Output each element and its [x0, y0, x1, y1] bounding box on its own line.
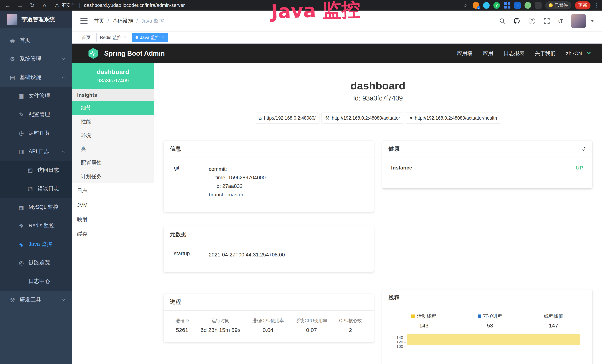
legend-value: 143 — [411, 322, 436, 329]
sidebar-item-java-monitor[interactable]: ◈ Java 监控 — [0, 235, 72, 254]
collapse-sidebar-icon[interactable] — [80, 18, 87, 24]
sba-nav-journal[interactable]: 日志报表 — [504, 50, 525, 57]
sidebar-item-access-logs[interactable]: ▨ 访问日志 — [0, 161, 72, 179]
sba-item-performance[interactable]: 性能 — [72, 115, 154, 128]
sidebar-item-label: 系统管理 — [20, 55, 41, 63]
sba-group-jvm[interactable]: JVM — [72, 198, 154, 212]
font-size-icon[interactable]: tT — [558, 18, 563, 24]
metric-value: 0.07 — [296, 327, 327, 333]
sba-nav-about[interactable]: 关于我们 — [535, 50, 556, 57]
paused-badge[interactable]: 已暂停 — [545, 1, 571, 10]
sba-nav-applications[interactable]: 应用 — [483, 50, 493, 57]
process-metric: 运行时间 6d 23h 15m 59s — [199, 318, 242, 333]
chevron-down-icon — [62, 56, 65, 60]
sidebar-item-label: 基础设施 — [20, 74, 41, 81]
java-monitor-icon: ◈ — [17, 241, 26, 247]
chevron-down-icon[interactable] — [587, 50, 591, 54]
metadata-key: startup — [171, 245, 208, 264]
tools-icon: ⚒ — [8, 297, 17, 303]
sidebar-item-label: API 日志 — [29, 148, 50, 155]
sidebar-item-home[interactable]: ◉ 首页 — [0, 31, 72, 50]
page-header: 首页 / 基础设施 / Java 监控 ? tT — [72, 11, 602, 32]
avatar-caret-icon[interactable] — [591, 20, 594, 22]
tab-redis-monitor[interactable]: Redis 监控 × — [97, 33, 130, 42]
github-icon[interactable] — [514, 18, 520, 24]
tab-home[interactable]: 首页 — [78, 33, 94, 42]
sidebar-item-system-management[interactable]: ⚙ 系统管理 — [0, 50, 72, 68]
process-metric: CPU核心数 2 — [337, 318, 364, 333]
fullscreen-icon[interactable] — [543, 18, 550, 24]
log-center-icon: ≣ — [17, 278, 26, 285]
bookmark-star-icon[interactable]: ☆ — [462, 2, 469, 9]
actuator-url-link[interactable]: ⚒ http://192.168.0.2:48080/actuator — [321, 113, 404, 124]
gear-icon: ⚙ — [8, 56, 17, 62]
sidebar-item-log-center[interactable]: ≣ 日志中心 — [0, 272, 72, 290]
app-logo[interactable]: 芋道管理系统 — [0, 11, 72, 28]
legend-value: 53 — [478, 322, 502, 329]
extension-icon-2[interactable] — [483, 2, 490, 9]
sidebar-item-config-management[interactable]: ✎ 配置管理 — [0, 105, 72, 124]
extension-icon-1[interactable]: 1 — [473, 2, 479, 9]
health-url-link[interactable]: ♥ http://192.168.0.2:48080/actuator/heal… — [406, 113, 501, 124]
sidebar-item-trace[interactable]: ◎ 链路追踪 — [0, 254, 72, 272]
service-url-link[interactable]: ⌂ http://192.168.0.2:48080/ — [255, 113, 320, 124]
sba-item-classes[interactable]: 类 — [72, 142, 154, 156]
url-text[interactable]: dashboard.yudao.iocoder.cn/infra/admin-s… — [84, 2, 185, 8]
search-icon[interactable] — [499, 18, 505, 24]
sidebar-item-dev-tools[interactable]: ⚒ 研发工具 — [0, 290, 72, 309]
sba-item-scheduled-tasks[interactable]: 计划任务 — [72, 170, 154, 183]
sidebar-item-redis-monitor[interactable]: ❖ Redis 监控 — [0, 216, 72, 235]
sidebar-item-mysql-monitor[interactable]: ▦ MySQL 监控 — [0, 198, 72, 216]
update-button[interactable]: 更新 — [575, 1, 591, 10]
sba-app: Spring Boot Admin 应用墙 应用 日志报表 关于我们 zh~CN — [72, 43, 602, 364]
reload-icon[interactable]: ↻ — [29, 2, 36, 9]
sba-item-config-props[interactable]: 配置属性 — [72, 156, 154, 170]
sidebar-item-scheduled-tasks[interactable]: ◷ 定时任务 — [0, 124, 72, 142]
sba-group-mappings[interactable]: 映射 — [72, 212, 154, 227]
git-id-line: id: 27aa832 — [209, 182, 366, 191]
sba-language-select[interactable]: zh~CN — [566, 50, 582, 56]
sba-group-caches[interactable]: 缓存 — [72, 227, 154, 241]
tab-java-monitor[interactable]: Java 监控 × — [132, 33, 168, 42]
link-label: http://192.168.0.2:48080/ — [264, 115, 316, 121]
process-metric: 进程ID 5261 — [173, 318, 191, 333]
sidebar-item-file-management[interactable]: ▣ 文件管理 — [0, 86, 72, 105]
chart-plot-area — [407, 334, 580, 364]
sba-nav-app-wall[interactable]: 应用墙 — [457, 50, 473, 57]
sba-item-details[interactable]: 细节 — [72, 101, 154, 115]
help-icon[interactable]: ? — [528, 18, 535, 24]
address-bar[interactable]: ⚠ 不安全 | dashboard.yudao.iocoder.cn/infra… — [55, 2, 185, 8]
info-card: 信息 git commit: time: 1596289704000 — [163, 140, 374, 212]
sidebar-item-infrastructure[interactable]: ▤ 基础设施 — [0, 68, 72, 86]
forward-icon[interactable]: → — [16, 2, 24, 9]
security-label[interactable]: 不安全 — [61, 2, 75, 8]
instance-name: dashboard — [74, 68, 152, 75]
breadcrumb-current: Java 监控 — [141, 17, 164, 24]
sidebar-item-api-logs[interactable]: ▥ API 日志 — [0, 142, 72, 161]
tab-label: Redis 监控 — [100, 34, 121, 40]
extension-grid-icon[interactable] — [504, 2, 510, 9]
info-value: commit: time: 1596289704000 id: 27aa832 … — [208, 159, 366, 204]
close-icon[interactable]: × — [162, 35, 164, 40]
redis-icon: ❖ — [17, 223, 26, 229]
instance-header[interactable]: dashboard 93a3fc7f7409 — [72, 63, 154, 89]
extension-icon-3[interactable]: y — [493, 2, 500, 9]
cards-grid: 信息 git commit: time: 1596289704000 — [154, 140, 602, 364]
sidebar-item-error-logs[interactable]: ▧ 错误日志 — [0, 179, 72, 198]
breadcrumb-home[interactable]: 首页 — [94, 17, 104, 24]
extension-leaf-icon[interactable] — [525, 2, 531, 9]
user-avatar[interactable] — [571, 14, 586, 28]
git-time-line: time: 1596289704000 — [209, 173, 366, 182]
sba-item-environment[interactable]: 环境 — [72, 128, 154, 142]
browser-menu-icon[interactable]: ⋮ — [594, 2, 598, 8]
browser-home-icon[interactable]: ⌂ — [41, 2, 48, 9]
history-icon[interactable]: ↺ — [581, 145, 586, 152]
emoji-face-icon — [548, 3, 553, 7]
health-instance-row[interactable]: Instance UP — [390, 165, 585, 177]
extension-on-icon[interactable]: on — [514, 2, 521, 9]
extension-puzzle-icon[interactable] — [535, 2, 542, 9]
breadcrumb-infrastructure[interactable]: 基础设施 — [112, 17, 133, 24]
close-icon[interactable]: × — [124, 35, 126, 40]
back-icon[interactable]: ← — [4, 2, 11, 9]
sba-group-logs[interactable]: 日志 — [72, 183, 154, 198]
